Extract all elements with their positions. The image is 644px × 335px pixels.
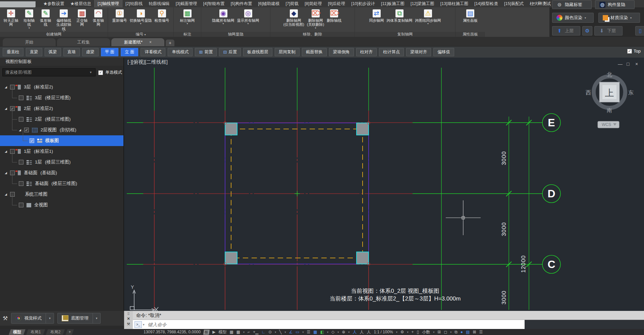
checkbox[interactable]: ✓ [19,160,23,164]
tree-item-floor2-view[interactable]: ◢✓2层视图(剖切框) [0,125,123,135]
ribbon-tab-wallcol-drawing[interactable]: [13]墙柱施工图 [437,0,471,7]
grid-display-icon[interactable]: ▦ [229,329,233,335]
isolate-objects-icon[interactable]: ⧉ [454,329,458,335]
crosshair-size-icon[interactable]: + [412,329,414,335]
checkbox[interactable]: ✓ [30,138,34,143]
fullscreen-icon[interactable]: ⊠ [473,329,476,335]
material-render-button[interactable]: 材质渲染▾ [598,13,640,23]
close-tab-icon[interactable]: × [149,40,152,45]
btn-plan-view[interactable]: 平 面 [101,48,118,56]
command-tools-icon[interactable]: ⚒ [127,322,130,326]
tree-item-floor2-3d[interactable]: ✓2层(楼层三维图) [0,114,123,125]
ribbon-options-caret-icon[interactable]: ▾ [544,1,545,5]
btn-vertical-column[interactable]: 垂直柱 [3,48,23,56]
doc-tab-new-drawing[interactable]: 新建图纸*× [111,38,164,46]
autoscale-icon[interactable]: 人 [360,329,364,335]
btn-straight-wall[interactable]: 直墙 [63,48,80,56]
expander-icon[interactable]: ◢ [5,150,8,153]
save-status-icon[interactable]: ▤ [466,329,470,335]
tab-layout1[interactable]: 布局1 [26,329,45,335]
btn-check-number[interactable]: ⚲检查编号 [154,8,170,23]
ribbon-tab-model-check[interactable]: [14]模型检查 [471,0,501,7]
new-tab-button[interactable]: + [166,40,174,46]
btn-slab-dashed-layer[interactable]: 板虚线图层 [243,48,272,56]
btn-elevation-view[interactable]: 立 面 [121,48,138,56]
ribbon-tab-outline-edit[interactable]: 轮廓线编辑 [146,0,173,7]
tree-item-system-3d[interactable]: ◢✓系统三维图 [0,189,123,200]
new-layout-button[interactable]: + [65,329,74,335]
checkbox[interactable]: ✓ [19,95,23,100]
expander-icon[interactable]: ◢ [5,171,8,175]
btn-hide-all-grids[interactable]: ◉隐藏所有轴网▾ [211,8,235,25]
layer-settings-button[interactable]: ⚙ [582,26,592,36]
selection-cycling-icon[interactable]: ◧ [320,329,324,335]
cad-viewport[interactable]: 3000 3000 12000 3000 E D C [124,58,644,311]
visual-style-button[interactable]: 视觉样式 ▾ [11,313,54,324]
color-render-button[interactable]: 颜色渲染▾ [552,13,594,23]
ribbon-tab-outline[interactable]: [2]轮廓线 [122,0,146,7]
hardware-accel-icon[interactable]: ● [461,329,463,335]
snap-grid-icon[interactable]: ▩ [236,329,240,335]
transparency-icon[interactable]: ▩ [313,329,317,335]
upper-layer-button[interactable]: ⬆上层 [552,26,580,36]
group-label-numbering[interactable]: 编号 ▾ [108,32,173,37]
dynamic-input-icon[interactable]: +▁ [253,329,258,335]
ribbon-tab-preprocess[interactable]: [8]前处理 [302,0,325,7]
btn-arc-axis[interactable]: ✎弧形轴线 [38,8,53,27]
quick-calc-icon[interactable]: ⊞ [437,329,441,335]
ribbon-tab-member-layout[interactable]: [5]构件布置 [228,0,255,7]
ribbon-tab-params[interactable]: ★参数设置 [40,0,67,7]
btn-renumber[interactable]: ①重新编号 [111,8,128,23]
search-input[interactable] [2,68,96,76]
ortho-mode-icon[interactable]: ∟ [261,329,265,335]
btn-dimension-grid[interactable]: ▦标注轴网▾ [179,8,196,25]
ribbon-tab-floors[interactable]: ★楼层信息 [67,0,95,7]
model-space-label[interactable]: 模型 [218,329,226,335]
tree-item-floor3[interactable]: ◢✓3层(标准层2) [0,82,123,92]
btn-section-replace[interactable]: 截面替换 [302,48,327,56]
btn-arc-grid[interactable]: ◠弧形轴网 [91,8,106,27]
ribbon-tab-beam-drawing[interactable]: [12]梁施工图 [408,0,437,7]
polar-tracking-icon[interactable]: ⊙ [268,329,272,335]
doc-tab-projects[interactable]: 工程集 [57,38,110,46]
tree-item-foundation[interactable]: ◢✓基础面(基础面) [0,168,123,178]
workspace-gear-icon[interactable]: ⚙ [400,329,404,335]
annotation-scale-icon[interactable]: 人 [367,329,371,335]
btn-delete-axis[interactable]: ⌦删除轴线 [326,8,342,23]
units-ruler-icon[interactable]: ▯ [417,329,419,335]
command-input-row[interactable]: >_ ▾ [133,320,525,329]
command-input[interactable] [147,322,525,328]
btn-delete-grid-assoc[interactable]: ⌦删除轴网 (关联删除)▾ [306,8,325,30]
annotation-scale-label[interactable]: 1:1 / 100% [374,330,393,334]
btn-arc-beam[interactable]: 弧梁 [45,48,61,56]
expander-icon[interactable]: ◢ [5,85,8,89]
selection-arrow-icon[interactable]: ▶ [212,329,215,335]
viewport-view-label[interactable]: [-][俯视][二维线框] [127,59,168,65]
btn-toggle-axis-number[interactable]: ◑切换轴号显隐▾ [129,8,153,25]
ribbon-tab-slab-drawing[interactable]: [11]板施工图 [378,0,408,7]
btn-draw-axis[interactable]: ✎绘制轴线▾ [21,8,37,30]
btn-ortho-grid[interactable]: ▦正交轴网 [74,8,90,27]
btn-single-line-mode[interactable]: 单线模式 [168,48,193,56]
btn-virtual-beam[interactable]: 虚梁 [82,48,99,56]
tree-item-floor1[interactable]: ◢✓1层(标准层1) [0,146,123,157]
checkbox[interactable]: ✓ [19,181,23,186]
btn-offset-axis[interactable]: ➔偏移轴线 生成软轴线▾ [54,8,73,34]
base-map-button[interactable]: 底图管理 ▾ [57,313,101,324]
component-visibility-button[interactable]: ◍构件显隐 [595,0,635,9]
slab-mode-badge[interactable]: 板 [203,330,210,335]
doc-tab-start[interactable]: 开始 [3,38,56,46]
ribbon-tab-aux-model[interactable]: [6]辅助建模 [255,0,283,7]
object-snap-tracking-icon[interactable]: ∠ [289,329,292,335]
lower-layer-button[interactable]: ⬇下层 [594,26,623,36]
ribbon-tab-prelim-design[interactable]: [10]初步设计 [348,0,378,7]
customize-menu-icon[interactable]: ☰ [479,329,483,335]
single-select-mode[interactable]: ✓ 单选模式 [98,70,122,75]
tree-item-floor1-3d[interactable]: ✓1层(楼层三维图) [0,157,123,168]
expander-icon[interactable]: ◢ [5,107,8,110]
wcs-badge[interactable]: WCS [598,121,619,128]
units-label[interactable]: 小数 [422,329,430,335]
annotation-visibility-icon[interactable]: 人 [353,329,357,335]
expander-icon[interactable]: ◢ [19,128,22,132]
tab-model[interactable]: 模型 [9,329,25,335]
